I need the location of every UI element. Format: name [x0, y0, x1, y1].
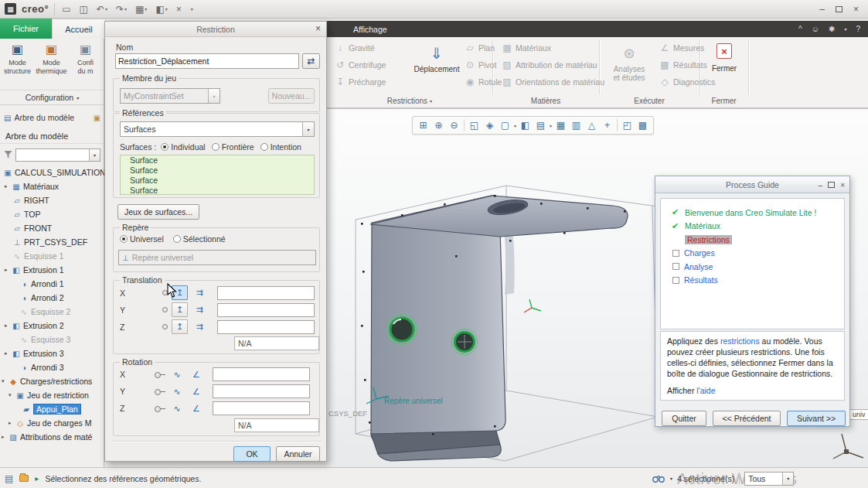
materials-button[interactable]: ▦Matériaux — [499, 39, 608, 56]
chevron-right-icon[interactable]: ▸ — [5, 183, 12, 189]
constraint-set-combobox[interactable]: MyConstraintSet ▾ — [120, 88, 220, 104]
material-orientation-button[interactable]: ▧Orientations de matériau — [499, 73, 608, 90]
checkbox-icon[interactable] — [672, 250, 679, 257]
preload-button[interactable]: ↧Précharge — [332, 73, 389, 90]
chevron-right-icon[interactable]: ▸ — [2, 434, 9, 440]
fermer-button[interactable]: × Fermer — [704, 43, 744, 73]
rotation-x-input[interactable] — [213, 367, 310, 381]
pg-step-charges[interactable]: Charges — [661, 247, 844, 261]
model-tree-tab[interactable]: ▤ Arbre du modèle ▣ — [0, 110, 104, 125]
process-guide-titlebar[interactable]: Process Guide – × — [655, 176, 849, 193]
translation-y-free-icon[interactable]: ⇉ — [192, 305, 207, 315]
pg-step-restrictions[interactable]: Restrictions — [661, 233, 844, 247]
quitter-button[interactable]: Quitter — [662, 411, 706, 426]
surface-list-item[interactable]: Surface — [121, 176, 314, 186]
filter-funnel-icon[interactable] — [4, 150, 12, 159]
hole-2[interactable] — [452, 329, 478, 355]
chevron-down-icon[interactable]: ▾ — [208, 89, 220, 103]
translation-z-fixed-button[interactable]: ↥ — [172, 319, 188, 334]
translation-y-fixed-button[interactable]: ↥ — [172, 302, 188, 317]
chevron-down-icon[interactable]: ▾ — [124, 6, 127, 12]
hole-1[interactable] — [387, 315, 417, 344]
radio-intention[interactable] — [260, 143, 268, 151]
settings-icon[interactable]: ✱ — [829, 25, 835, 33]
chevron-right-icon[interactable]: ▸ — [5, 350, 12, 357]
material-assignment-button[interactable]: ▨Attribution de matériau — [499, 56, 608, 73]
translation-x-fixed-button[interactable]: ↥ — [172, 285, 188, 300]
redo-button[interactable]: ↷▾ — [114, 2, 128, 16]
centrifuge-button[interactable]: ↺Centrifuge — [332, 56, 389, 73]
surface-list-item[interactable]: Surface — [121, 186, 314, 196]
group-label-restrictions[interactable]: Restrictions▾ — [327, 95, 492, 107]
chevron-down-icon[interactable]: ▾ — [844, 26, 846, 32]
restore-button[interactable] — [836, 6, 842, 12]
chevron-down-icon[interactable]: ▾ — [9, 392, 15, 398]
surface-list[interactable]: Surface Surface Surface Surface — [120, 155, 315, 195]
restrictions-link[interactable]: restrictions — [720, 336, 760, 346]
ok-button[interactable]: OK — [233, 446, 271, 462]
displacement-button[interactable]: ⇓ Déplacement — [412, 42, 461, 73]
model-tree-toggle-icon[interactable]: ▤ — [5, 473, 13, 484]
annuler-button[interactable]: Annuler — [276, 446, 320, 462]
radio-frontiere[interactable] — [212, 143, 220, 151]
save-icon[interactable]: ◫ — [78, 2, 90, 16]
minimize-button[interactable]: – — [819, 4, 825, 15]
tree-item-esquisse2[interactable]: ∿Esquisse 2 — [0, 305, 104, 319]
folder-browser-icon[interactable] — [19, 475, 29, 482]
tree-item-extrusion1[interactable]: ▸◧Extrusion 1 — [0, 263, 104, 277]
open-icon[interactable]: ▭ — [60, 2, 72, 16]
tree-item-extrusion2[interactable]: ▸◧Extrusion 2 — [0, 319, 104, 333]
model-config-button[interactable]: ▣ Confi du m — [69, 40, 102, 75]
references-type-combobox[interactable]: Surfaces ▾ — [120, 121, 315, 137]
tree-item-charges-restrictions[interactable]: ▾◆Charges/restrictions — [0, 374, 104, 388]
toolbar-options-button[interactable]: ▾ — [189, 2, 195, 16]
tree-item-part[interactable]: ▣CALCULS_SIMULATION.P — [0, 166, 104, 179]
pg-step-analyse[interactable]: Analyse — [661, 260, 844, 274]
rotation-x-angle-icon[interactable]: ∠ — [189, 370, 204, 380]
tree-item-esquisse3[interactable]: ∿Esquisse 3 — [0, 333, 104, 346]
rotation-z-spring-icon[interactable]: ∿ — [169, 404, 185, 414]
surface-list-item[interactable]: Surface — [121, 166, 314, 176]
rotation-y-angle-icon[interactable]: ∠ — [189, 387, 204, 397]
chevron-right-icon[interactable]: ▸ — [5, 322, 12, 329]
tree-filter-combobox[interactable]: ▾ — [15, 148, 100, 162]
tree-item-attributions[interactable]: ▸▨Attributions de maté — [0, 430, 104, 444]
tree-item-arrondi1[interactable]: ◑Arrondi 1 — [0, 277, 104, 291]
radio-selectionne[interactable] — [173, 235, 181, 243]
chevron-down-icon[interactable]: ▾ — [2, 378, 9, 384]
close-document-button[interactable]: × — [175, 2, 183, 16]
analyses-studies-button[interactable]: ⊛ Analyses et études — [604, 42, 655, 82]
gravity-button[interactable]: ↓Gravité — [332, 39, 389, 56]
regenerate-button[interactable]: ▦▾ — [134, 2, 148, 16]
diagnostics-button[interactable]: ◇Diagnostics — [656, 73, 718, 90]
tree-item-top[interactable]: ▱TOP — [0, 207, 104, 221]
rotation-x-spring-icon[interactable]: ∿ — [169, 370, 185, 380]
translation-z-input[interactable] — [217, 320, 315, 334]
aide-link[interactable]: l'aide — [696, 386, 715, 395]
mode-thermique-button[interactable]: ▣ Mode thermique — [35, 40, 68, 75]
minimize-icon[interactable]: – — [819, 181, 823, 189]
find-icon[interactable] — [652, 474, 665, 483]
rotation-y-input[interactable] — [213, 384, 310, 398]
checkbox-icon[interactable] — [672, 277, 679, 284]
tree-item-csys[interactable]: ⊥PRT_CSYS_DEF — [0, 235, 104, 249]
folder-settings-icon[interactable]: ▣ — [94, 114, 100, 122]
chevron-right-icon[interactable]: ▸ — [5, 267, 12, 273]
chevron-down-icon[interactable]: ▾ — [145, 6, 147, 12]
undo-button[interactable]: ↶▾ — [95, 2, 109, 16]
tree-item-appui-plan[interactable]: ▰Appui_Plan — [0, 402, 104, 416]
chevron-down-icon[interactable]: ▾ — [782, 473, 793, 485]
tree-item-front[interactable]: ▱FRONT — [0, 221, 104, 235]
precedent-button[interactable]: << Précédent — [713, 411, 781, 426]
chevron-down-icon[interactable]: ▾ — [89, 149, 100, 161]
rotation-z-angle-icon[interactable]: ∠ — [189, 404, 204, 414]
mode-structure-button[interactable]: ▣ Mode structure — [1, 40, 34, 75]
pg-step-bienvenue[interactable]: ✔Bienvenue dans Creo Simulate Lite ! — [661, 206, 844, 220]
tree-item-jeu-charges[interactable]: ▸◇Jeu de charges M — [0, 416, 104, 430]
tab-accueil[interactable]: Accueil — [52, 19, 106, 39]
pg-step-resultats[interactable]: Résultats — [661, 274, 844, 288]
dialog-titlebar[interactable]: Restriction × — [105, 22, 326, 37]
tab-fichier[interactable]: Fichier — [0, 19, 52, 39]
translation-x-input[interactable] — [217, 286, 315, 300]
surface-list-item[interactable]: Surface — [121, 155, 314, 166]
